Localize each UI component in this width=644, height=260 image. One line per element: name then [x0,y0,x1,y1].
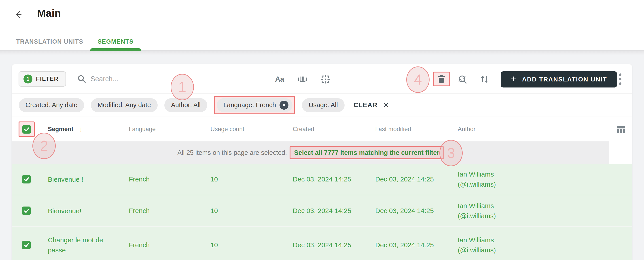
kebab-menu-icon[interactable] [616,72,624,86]
tab-translation-units[interactable]: TRANSLATION UNITS [9,33,90,51]
cell-language: French [129,207,210,214]
top-bar: Main TRANSLATION UNITS SEGMENTS [0,0,644,51]
search-box [77,72,207,86]
active-tab-indicator [90,48,141,51]
filter-button[interactable]: 1 FILTER [18,71,66,87]
selection-banner-text: All 25 items on this page are selected. [177,149,287,156]
delete-button-highlight [433,72,450,86]
sort-vertical-icon[interactable] [480,75,490,84]
add-translation-unit-label: ADD TRANSLATION UNIT [522,76,607,83]
cell-created: Dec 03, 2024 14:25 [293,175,375,183]
column-header-created[interactable]: Created [293,126,375,133]
cell-last-modified: Dec 03, 2024 14:25 [375,175,458,183]
table-row[interactable]: Bienvenue ! French 10 Dec 03, 2024 14:25… [12,164,632,195]
filter-button-label: FILTER [36,76,58,83]
placeholder-frame-icon[interactable] [320,75,330,84]
column-header-segment[interactable]: Segment ↓ [48,125,129,133]
cell-usage-count: 10 [210,175,293,183]
table-row[interactable]: Changer le mot de passe French 10 Dec 03… [12,227,632,260]
clear-x-icon: ✕ [383,101,389,109]
toolbar: 1 FILTER Aa [12,64,632,94]
back-button[interactable] [13,9,24,20]
column-header-author[interactable]: Author [458,126,609,133]
filter-count-badge: 1 [24,75,32,84]
tab-bar: TRANSLATION UNITS SEGMENTS [9,33,141,51]
select-all-matching-link[interactable]: Select all 7777 items matching the curre… [294,149,440,156]
remove-language-filter-icon[interactable]: ✕ [280,101,288,110]
select-all-matching-highlight: Select all 7777 items matching the curre… [290,146,444,159]
select-all-checkbox-highlight [18,122,35,137]
clear-filters-button[interactable]: CLEAR ✕ [354,101,389,109]
filter-chip-modified[interactable]: Modified: Any date [91,98,158,112]
header-shadow [0,51,644,55]
cell-language: French [129,241,210,249]
cell-segment: Changer le mot de passe [48,235,113,255]
add-translation-unit-button[interactable]: + ADD TRANSLATION UNIT [501,71,617,88]
cell-author: Ian Williams (@i.williams) [458,201,609,221]
cell-last-modified: Dec 03, 2024 14:25 [375,207,458,214]
sort-desc-icon: ↓ [79,125,83,133]
tab-segments[interactable]: SEGMENTS [90,33,141,51]
row-checkbox[interactable] [22,175,31,183]
row-checkbox[interactable] [22,206,31,215]
cell-author: Ian Williams (@i.williams) [458,235,609,255]
whole-word-icon[interactable] [298,75,308,84]
cell-language: French [129,175,210,183]
filter-chip-language[interactable]: Language: French ✕ [217,98,292,112]
manage-columns-icon[interactable] [609,125,632,134]
cell-usage-count: 10 [210,207,293,214]
cell-last-modified: Dec 03, 2024 14:25 [375,241,458,249]
selection-banner-spacer [609,141,632,164]
filter-chip-usage[interactable]: Usage: All [302,98,344,112]
cell-segment: Bienvenue! [48,206,113,216]
column-header-usage-count[interactable]: Usage count [210,126,293,133]
filter-chip-author[interactable]: Author: All [164,98,207,112]
arrow-left-icon [14,10,24,20]
selection-banner: All 25 items on this page are selected. … [12,141,632,164]
page-title: Main [37,7,61,19]
table-header-row: Segment ↓ Language Usage count Created L… [12,117,632,141]
plus-icon: + [511,74,516,84]
search-replace-icon[interactable] [457,75,467,84]
search-input[interactable] [90,75,207,83]
cell-segment: Bienvenue ! [48,174,113,184]
search-icon [77,74,86,84]
match-case-icon[interactable]: Aa [274,75,284,84]
cell-created: Dec 03, 2024 14:25 [293,207,375,214]
filter-chip-created[interactable]: Created: Any date [19,98,84,112]
cell-author: Ian Williams (@i.williams) [458,169,609,189]
select-all-checkbox[interactable] [22,125,31,134]
row-checkbox[interactable] [22,241,31,249]
column-header-language[interactable]: Language [129,126,210,133]
table-row[interactable]: Bienvenue! French 10 Dec 03, 2024 14:25 … [12,195,632,227]
delete-button[interactable] [437,75,446,84]
segments-panel: 1 FILTER Aa [12,64,632,260]
filter-chips-row: Created: Any date Modified: Any date Aut… [12,94,632,117]
cell-usage-count: 10 [210,241,293,249]
cell-created: Dec 03, 2024 14:25 [293,241,375,249]
column-header-last-modified[interactable]: Last modified [375,126,458,133]
language-chip-highlight: Language: French ✕ [214,96,295,114]
